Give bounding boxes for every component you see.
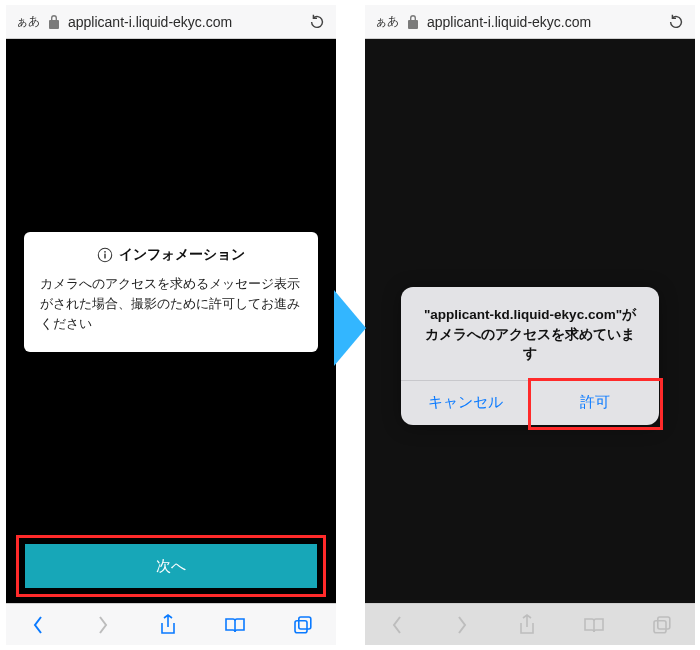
lock-icon bbox=[48, 15, 60, 29]
information-title: インフォメーション bbox=[119, 246, 245, 264]
safari-bottombar bbox=[365, 603, 695, 645]
allow-button[interactable]: 許可 bbox=[530, 381, 660, 425]
svg-rect-2 bbox=[104, 254, 105, 259]
camera-permission-alert: "applicant-kd.liquid-ekyc.com"がカメラへのアクセス… bbox=[401, 287, 659, 425]
text-size-control[interactable]: ぁあ bbox=[16, 13, 40, 30]
forward-icon bbox=[94, 615, 112, 635]
information-card: インフォメーション カメラへのアクセスを求めるメッセージ表示がされた場合、撮影の… bbox=[24, 232, 318, 352]
next-button[interactable]: 次へ bbox=[25, 544, 317, 588]
reload-icon[interactable] bbox=[667, 13, 685, 31]
phone-right: ぁあ applicant-i.liquid-ekyc.com "applican… bbox=[365, 5, 695, 645]
back-icon bbox=[388, 615, 406, 635]
safari-topbar: ぁあ applicant-i.liquid-ekyc.com bbox=[6, 5, 336, 39]
reload-icon[interactable] bbox=[308, 13, 326, 31]
svg-rect-6 bbox=[654, 620, 666, 632]
svg-point-1 bbox=[104, 251, 106, 253]
address-url[interactable]: applicant-i.liquid-ekyc.com bbox=[68, 14, 300, 30]
safari-topbar: ぁあ applicant-i.liquid-ekyc.com bbox=[365, 5, 695, 39]
svg-rect-4 bbox=[295, 620, 307, 632]
lock-icon bbox=[407, 15, 419, 29]
bookmarks-icon bbox=[583, 616, 605, 634]
back-icon[interactable] bbox=[29, 615, 47, 635]
address-url[interactable]: applicant-i.liquid-ekyc.com bbox=[427, 14, 659, 30]
tabs-icon[interactable] bbox=[293, 615, 313, 635]
info-icon bbox=[97, 247, 113, 263]
share-icon bbox=[518, 614, 536, 636]
step-arrow-icon bbox=[334, 290, 366, 366]
forward-icon bbox=[453, 615, 471, 635]
alert-message: "applicant-kd.liquid-ekyc.com"がカメラへのアクセス… bbox=[401, 287, 659, 380]
text-size-control[interactable]: ぁあ bbox=[375, 13, 399, 30]
safari-bottombar bbox=[6, 603, 336, 645]
cancel-button[interactable]: キャンセル bbox=[401, 381, 530, 425]
svg-rect-3 bbox=[298, 617, 310, 629]
tabs-icon bbox=[652, 615, 672, 635]
next-button-highlight-box: 次へ bbox=[16, 535, 326, 597]
bookmarks-icon[interactable] bbox=[224, 616, 246, 634]
phone-left: ぁあ applicant-i.liquid-ekyc.com インフォメーション… bbox=[6, 5, 336, 645]
svg-rect-5 bbox=[657, 617, 669, 629]
share-icon[interactable] bbox=[159, 614, 177, 636]
information-body: カメラへのアクセスを求めるメッセージ表示がされた場合、撮影のために許可してお進み… bbox=[40, 274, 302, 334]
